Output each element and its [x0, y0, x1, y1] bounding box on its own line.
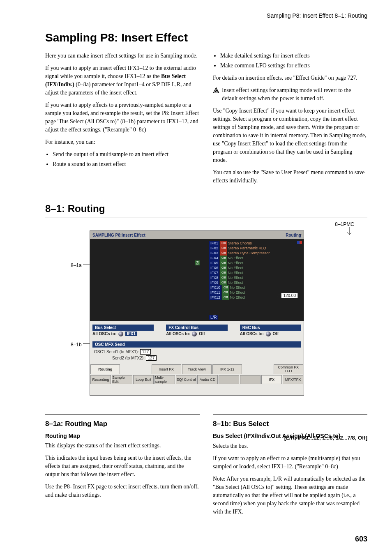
bus-select-panel: Bus Select All OSCs to: IFX1 — [92, 325, 154, 338]
fx-side-tag-icon: FX — [195, 260, 200, 265]
ifx-row[interactable]: IFX9OffNo Effect — [209, 280, 270, 285]
tab-lower — [240, 375, 261, 384]
page-number: 603 — [355, 535, 367, 543]
tab-lower[interactable]: EQ/ Control — [176, 375, 196, 384]
para: Use the P8- Insert FX page to select ins… — [45, 483, 200, 499]
ifx-effect-name: No Effect — [228, 256, 243, 260]
ifx-row[interactable]: IFX2OnStereo Parametric 4EQ — [209, 246, 270, 251]
ifx-row[interactable]: IFX1OnStereo Chorus — [209, 241, 270, 246]
ifx-tag: IFX9 — [209, 280, 219, 285]
ifx-tag: IFX5 — [209, 260, 219, 265]
tab-lower[interactable]: Loop Edit — [133, 375, 154, 384]
tab-row-upper: RoutingInsert FXTrack ViewIFX 1-12Common… — [90, 364, 304, 375]
para: Use "Copy Insert Effect" if you want to … — [213, 107, 367, 164]
tempo-display: 𝅘𝅥 = 120.00 — [277, 293, 298, 298]
divider — [45, 217, 367, 217]
para: If you want to apply an effect to a samp… — [213, 454, 367, 471]
tab-upper[interactable]: Common FX LFO — [274, 364, 303, 374]
value-knob-icon[interactable] — [192, 332, 197, 336]
panel-header: OSC MFX Send — [92, 341, 301, 348]
tab-upper[interactable]: Track View — [182, 364, 212, 374]
ifx-tag: IFX8 — [209, 275, 219, 280]
intro-right-column: Make detailed settings for insert effect… — [213, 52, 367, 189]
ifx-state-badge: Off — [220, 275, 227, 280]
callout-arrow-icon — [347, 227, 352, 237]
callout-8-1a: 8–1a — [71, 263, 82, 268]
ifx-tag: IFX11 — [209, 290, 221, 295]
tab-upper[interactable]: Insert FX — [152, 364, 181, 374]
para: For details on insertion effects, see "E… — [213, 74, 367, 82]
bullet: Make detailed settings for insert effect… — [220, 52, 367, 60]
ifx-tag: IFX2 — [209, 246, 219, 251]
ifx-tag: IFX4 — [209, 256, 219, 260]
para: This indicates the input buses being sen… — [45, 454, 200, 479]
param-label: All OSCs to: — [92, 332, 116, 336]
tab-row-lower: RecordingSample EditLoop EditMulti-sampl… — [90, 375, 304, 385]
tab-upper[interactable]: Routing — [90, 364, 120, 374]
lr-badge: L/R — [209, 315, 218, 320]
param-value[interactable]: IFX1 — [125, 332, 137, 336]
tab-lower[interactable]: IFX — [261, 375, 282, 384]
divider — [45, 415, 200, 415]
para: For instance, you can: — [45, 138, 200, 146]
bullet: Route a sound to an insert effect — [53, 160, 200, 168]
routing-canvas: FX IFX1OnStereo ChorusIFX2OnStereo Param… — [90, 239, 304, 321]
ifx-effect-name: No Effect — [230, 290, 245, 295]
para: You can also use the "Save to User Prese… — [213, 168, 367, 185]
ifx-row[interactable]: IFX3OnStereo Dyna Compressor — [209, 251, 270, 256]
ifx-row[interactable]: IFX12OffNo Effect — [209, 295, 270, 300]
tab-lower[interactable]: Recording — [90, 375, 111, 384]
ifx-state-badge: On — [220, 251, 227, 256]
page-header-breadcrumb: Sampling P8: Insert Effect 8–1: Routing — [45, 12, 367, 19]
bullet: Make common LFO settings for effects — [220, 62, 367, 70]
ifx-effect-name: Stereo Parametric 4EQ — [228, 246, 266, 251]
callout-pmc: 8–1PMC — [335, 221, 354, 227]
intro-left-column: Here you can make insert effect settings… — [45, 52, 200, 189]
param-label: Send2 (to MFX2): — [112, 356, 145, 360]
value-knob-icon[interactable] — [266, 332, 271, 336]
tab-lower[interactable]: Sample Edit — [112, 375, 132, 384]
tab-lower[interactable]: Multi-sample — [154, 375, 175, 384]
ifx-state-badge: On — [220, 246, 227, 251]
tab-lower[interactable]: Audio CD — [197, 375, 218, 384]
tempo-value[interactable]: 120.00 — [281, 293, 298, 298]
warning-text: Insert effect settings for sampling mode… — [222, 86, 367, 103]
ifx-row[interactable]: IFX10OffNo Effect — [209, 285, 270, 290]
ifx-tag: IFX10 — [209, 285, 221, 290]
tab-upper[interactable]: IFX 1-12 — [212, 364, 242, 374]
chevron-down-icon[interactable]: ⌄ — [299, 232, 302, 236]
subsection-heading: 8–1b: Bus Select — [213, 419, 367, 429]
para: If you want to apply effects to a previo… — [45, 101, 200, 134]
ifx-effect-name: No Effect — [228, 275, 243, 280]
param-label: All OSCs to: — [240, 332, 264, 336]
para: Here you can make insert effect settings… — [45, 52, 200, 60]
ifx-tag: IFX7 — [209, 270, 219, 275]
ifx-row[interactable]: IFX8OffNo Effect — [209, 275, 270, 280]
tab-lower[interactable]: MFX/TFX — [283, 375, 303, 384]
ifx-row[interactable]: IFX7OffNo Effect — [209, 270, 270, 275]
rec-bus-panel: REC Bus All OSCs to: Off — [240, 325, 301, 338]
bullet: Send the output of a multisample to an i… — [53, 150, 200, 159]
device-screenshot: SAMPLING P8:Insert Effect Routing ⌄ FX I… — [90, 230, 304, 396]
ifx-state-badge: Off — [220, 270, 227, 275]
value-knob-icon[interactable] — [118, 332, 123, 336]
subsection-heading: 8–1a: Routing Map — [45, 419, 200, 429]
ifx-row[interactable]: IFX11OffNo Effect — [209, 290, 270, 295]
param-value[interactable]: 127 — [140, 349, 151, 355]
para: Note: After you resample, L/R will autom… — [213, 475, 367, 516]
page-title: Sampling P8: Insert Effect — [45, 31, 367, 44]
ifx-row[interactable]: IFX4OffNo Effect — [209, 256, 270, 260]
ifx-effect-name: No Effect — [228, 270, 243, 275]
fx-control-bus-panel: FX Control Bus All OSCs to: Off — [166, 325, 227, 338]
ifx-state-badge: Off — [220, 265, 227, 270]
ifx-effect-name: Stereo Dyna Compressor — [228, 251, 270, 256]
ifx-row[interactable]: IFX6OffNo Effect — [209, 265, 270, 270]
param-value[interactable]: 127 — [146, 355, 157, 361]
param-value[interactable]: Off — [273, 332, 279, 336]
ifx-tag: IFX1 — [209, 241, 219, 246]
ifx-tag: IFX3 — [209, 251, 219, 256]
param-value[interactable]: Off — [199, 332, 205, 336]
tempo-symbol: 𝅘𝅥 = — [277, 293, 281, 298]
ifx-row[interactable]: IFX5OffNo Effect — [209, 260, 270, 265]
tab-lower — [219, 375, 239, 384]
